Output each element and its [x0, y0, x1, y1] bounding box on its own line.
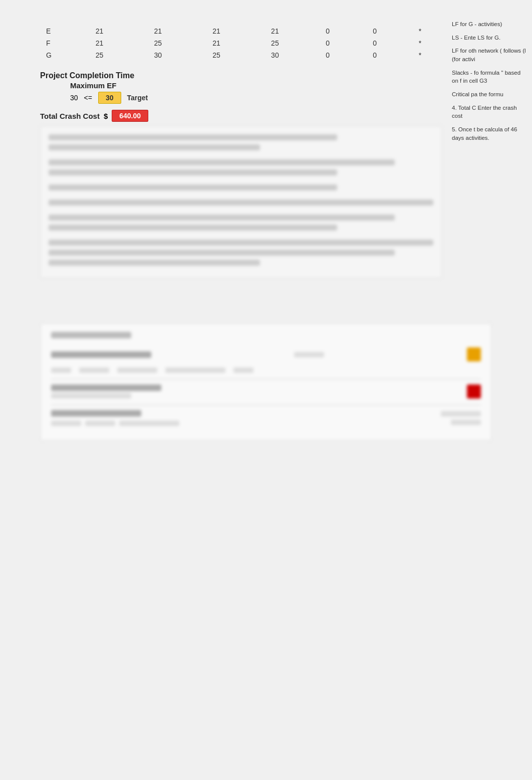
bottom-separator-1	[51, 379, 481, 379]
bottom-section	[41, 323, 491, 441]
bottom-icon-red-1	[467, 384, 481, 399]
cell-e-c6: 0	[351, 25, 398, 37]
bottom-field-1	[294, 352, 324, 357]
bottom-field-3	[51, 393, 131, 399]
target-value-box: 30	[98, 92, 121, 104]
target-label: Target	[127, 94, 148, 102]
bottom-row-3	[51, 384, 481, 399]
table-row-e: E 21 21 21 21 0 0 *	[40, 25, 442, 37]
table-row-f: F 21 25 21 25 0 0 *	[40, 37, 442, 49]
cell-f-c7: *	[398, 37, 442, 49]
crash-cost-label: Total Crash Cost	[40, 112, 100, 120]
cell-e-c5: 0	[304, 25, 351, 37]
bottom-label-1	[51, 351, 151, 358]
bottom-field-4a	[51, 421, 81, 426]
bottom-field-2c	[117, 367, 157, 373]
project-completion-section: Project Completion Time Maximum EF 30 <=…	[40, 71, 442, 104]
cell-g-c2: 30	[129, 49, 187, 61]
dollar-sign: $	[104, 112, 108, 120]
right-note-3: LF for oth network ( follows (l (for act…	[452, 47, 527, 63]
right-note-4: Slacks - fo formula " based on f in cell…	[452, 69, 527, 85]
bottom-row-2	[51, 367, 481, 373]
right-note-2: LS - Ente LS for G.	[452, 34, 527, 42]
bottom-row-1	[51, 347, 481, 361]
bottom-field-5a	[441, 411, 481, 417]
data-table: E 21 21 21 21 0 0 * F 21 25 21 25 0 0	[40, 25, 442, 61]
cell-f-c1: 21	[70, 37, 129, 49]
bottom-field-2a	[51, 367, 71, 373]
cell-label-e: E	[40, 25, 70, 37]
operator-lte: <=	[84, 94, 92, 102]
bottom-field-4b	[85, 421, 115, 426]
project-completion-title: Project Completion Time	[40, 71, 442, 80]
bottom-label-3	[51, 410, 141, 417]
right-note-6: 4. Total C Enter the crash cost	[452, 104, 527, 120]
cell-f-c4: 25	[245, 37, 304, 49]
bottom-field-2b	[79, 367, 109, 373]
bottom-field-2e	[233, 367, 253, 373]
right-panel: LF for G - activities) LS - Ente LS for …	[452, 15, 532, 298]
project-completion-row: 30 <= 30 Target	[70, 92, 442, 104]
cell-e-c7: *	[398, 25, 442, 37]
cell-g-c7: *	[398, 49, 442, 61]
cell-label-g: G	[40, 49, 70, 61]
right-note-5: Critical pa the formu	[452, 90, 527, 99]
cell-f-c5: 0	[304, 37, 351, 49]
bottom-title-blurred	[51, 332, 131, 338]
right-note-1: LF for G - activities)	[452, 20, 527, 29]
bottom-label-2	[51, 384, 161, 391]
cell-e-c1: 21	[70, 25, 129, 37]
project-completion-subtitle: Maximum EF	[70, 81, 442, 90]
cell-e-c4: 21	[245, 25, 304, 37]
cell-g-c5: 0	[304, 49, 351, 61]
cell-g-c1: 25	[70, 49, 129, 61]
bottom-field-4c	[119, 421, 179, 426]
bottom-field-2d	[165, 367, 225, 373]
bottom-field-5b	[451, 420, 481, 425]
cell-e-c3: 21	[187, 25, 246, 37]
cell-f-c2: 25	[129, 37, 187, 49]
right-note-7: 5. Once t be calcula of 46 days activiti…	[452, 125, 527, 142]
table-row-g: G 25 30 25 30 0 0 *	[40, 49, 442, 61]
cell-label-f: F	[40, 37, 70, 49]
bottom-separator-2	[51, 405, 481, 405]
cell-g-c6: 0	[351, 49, 398, 61]
cell-f-c6: 0	[351, 37, 398, 49]
cell-g-c4: 30	[245, 49, 304, 61]
crash-cost-value: 640.00	[112, 110, 148, 122]
cell-g-c3: 25	[187, 49, 246, 61]
cell-e-c2: 21	[129, 25, 187, 37]
max-ef-value: 30	[70, 94, 78, 102]
bottom-icon-orange-1	[467, 347, 481, 361]
cell-f-c3: 21	[187, 37, 246, 49]
bottom-row-4	[51, 410, 481, 426]
crash-cost-row: Total Crash Cost $ 640.00	[40, 110, 442, 122]
blurred-instructions	[40, 126, 442, 278]
